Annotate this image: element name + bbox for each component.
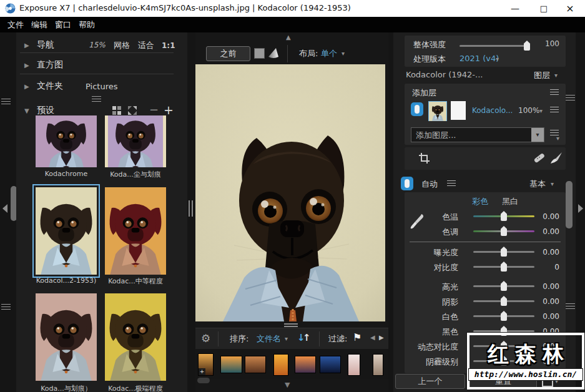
view-1to1-button[interactable]: 1:1 [162,41,175,50]
menu-item-0[interactable]: 文件 [7,19,24,31]
sort-select[interactable]: 文件名 [257,333,281,345]
collapse-right-panel-icon[interactable] [578,204,583,213]
filmstrip-thumb-6[interactable] [348,354,360,376]
layout-select[interactable]: 单个 [321,48,337,59]
nav-section-header[interactable]: ▶ 导航 15% 网格 适合 1:1 [19,37,176,54]
layer-list-dropdown-icon[interactable]: ▾ [556,135,559,142]
slider-row-4: 高光0.00 [405,279,566,294]
filmstrip-thumb-1[interactable] [220,356,242,373]
slider-7[interactable] [473,330,534,332]
sort-dropdown-icon[interactable]: ▾ [285,335,288,342]
filmstrip-thumb-0[interactable]: + [198,353,214,376]
previous-button[interactable]: 上一个 [395,374,465,389]
slider-value: 0.00 [543,227,559,236]
process-version-select[interactable]: 2021 (v4) [460,54,499,63]
slider-2[interactable] [473,251,534,253]
next-image-icon[interactable]: ▶ [379,334,384,341]
filmstrip-thumb-7[interactable] [373,354,383,376]
before-button[interactable]: 之前 [206,46,250,61]
sort-ascending-icon[interactable]: ↑ [303,332,311,343]
preset-thumbnail-3[interactable] [105,187,166,275]
layout-dropdown-icon[interactable]: ▾ [342,50,345,57]
slider-row-3: 对比度0 [405,260,566,275]
filmstrip-thumb-5[interactable] [320,356,341,373]
preset-thumbnail-5[interactable] [105,293,166,381]
layer-thumbnail[interactable] [428,101,447,121]
basic-enabled-toggle[interactable] [401,177,413,190]
process-version-label: 处理版本 [413,54,446,65]
slider-3[interactable] [473,266,534,268]
layers-dropdown-icon[interactable]: ▾ [554,72,558,79]
menu-item-1[interactable]: 编辑 [31,19,47,31]
panel-splitter-handle[interactable] [92,96,101,102]
slider-1[interactable] [473,230,534,232]
main-image[interactable] [195,64,385,321]
slider-4[interactable] [473,285,534,287]
filmstrip-scrollbar[interactable] [197,378,210,383]
filmstrip-thumb-2[interactable] [245,356,266,373]
layer-visibility-toggle[interactable] [411,102,423,116]
preset-thumbnail-0[interactable] [36,115,97,167]
image-splitter-handle[interactable] [284,323,298,327]
right-panel-grip-icon[interactable] [566,95,575,100]
crop-tool-icon[interactable] [418,152,430,167]
right-panel-scrollbar[interactable] [566,181,573,228]
left-panel-grip-icon[interactable] [1,99,11,104]
preset-thumbnail-2[interactable] [36,187,97,275]
flag-filter-icon[interactable]: ⚑ [353,331,361,343]
tab-color[interactable]: 彩色 [472,196,488,207]
heal-tool-icon[interactable] [531,152,545,168]
cone-preview-icon[interactable] [266,47,280,61]
minimize-button[interactable]: — [506,1,524,16]
layer-name[interactable]: Kodacolo... [472,106,513,115]
auto-label[interactable]: 自动 [421,179,438,190]
add-preset-icon[interactable]: + [164,103,174,117]
slider-0[interactable] [473,215,534,217]
layer-item-menu-icon[interactable] [550,107,559,113]
add-layer-field[interactable]: 添加图层... ▾ [411,127,544,142]
overall-strength-slider[interactable] [460,45,529,47]
layer-mask-thumbnail[interactable] [451,101,466,120]
brush-tool-icon[interactable] [549,151,563,167]
layer-opacity[interactable]: 100% [518,106,539,115]
basic-menu-icon[interactable] [447,180,456,187]
preset-thumbnail-1[interactable] [105,115,166,167]
folder-name[interactable]: Pictures [86,82,117,91]
maximize-button[interactable]: □ [534,1,553,16]
divider [405,239,566,245]
preset-thumbnail-4[interactable] [36,293,97,381]
view-fit-button[interactable]: 适合 [138,40,154,51]
menu-item-2[interactable]: 窗口 [55,19,71,31]
basic-dropdown-icon[interactable]: ▾ [551,180,554,187]
histogram-section-header[interactable]: ▶ 直方图 [19,57,176,74]
chevron-right-icon: ▶ [24,62,29,69]
folders-section-header[interactable]: ▶ 文件夹 Pictures [19,79,176,95]
add-layer-dropdown-icon[interactable]: ▾ [531,128,544,142]
app-logo-icon [5,3,16,14]
filmstrip-thumb-3[interactable] [273,354,288,376]
menu-item-3[interactable]: 帮助 [79,19,95,31]
collapse-left-panel-icon[interactable] [2,204,7,213]
remove-preset-icon[interactable]: − [149,103,159,116]
slider-label: 动态对比度 [418,341,458,353]
right-panel-grip2-icon[interactable] [566,303,575,309]
opacity-dropdown-icon[interactable]: ▾ [539,107,543,114]
version-dropdown-icon[interactable]: ▾ [496,56,499,62]
filmstrip-thumb-4[interactable] [295,356,316,373]
left-panel-grip2-icon[interactable] [1,304,11,310]
preset-label-3: Kodac...中等程度 [101,277,170,286]
close-button[interactable]: × [561,1,579,16]
filmstrip-toolbar: ⚙ 排序: 文件名 ▾ ↓ ↑ 过滤: ⚑ ◀ ▶ [195,328,388,350]
view-grid-button[interactable]: 网格 [114,40,130,51]
slider-5[interactable] [473,300,534,302]
tab-bw[interactable]: 黑白 [502,196,518,207]
layers-menu-label[interactable]: 图层 [534,70,550,81]
collapse-filmstrip-icon[interactable]: ▼ [285,381,290,389]
slider-6[interactable] [473,315,534,317]
collapse-top-icon[interactable]: ▲ [286,34,291,41]
left-divider-handle[interactable] [189,200,194,217]
split-preview-icon[interactable] [254,48,265,59]
layer-menu-icon[interactable] [550,89,559,96]
prev-image-icon[interactable]: ◀ [370,334,375,341]
gear-icon[interactable]: ⚙ [201,332,210,345]
